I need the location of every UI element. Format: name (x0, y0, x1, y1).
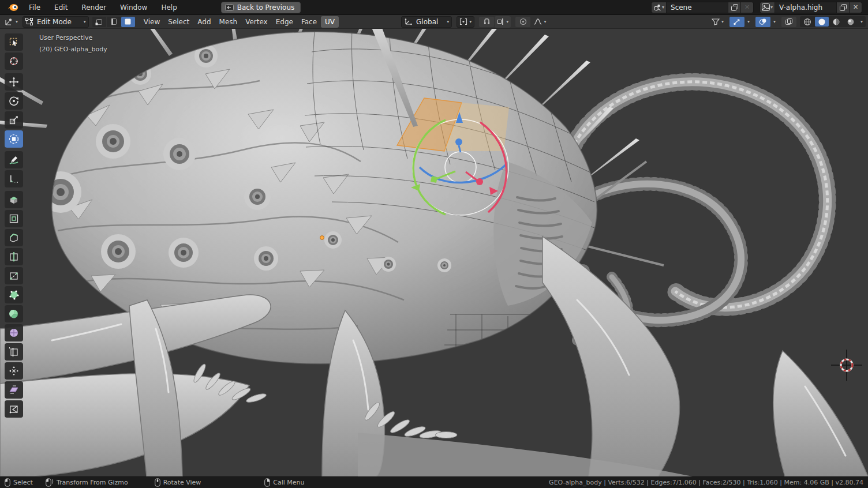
statusbar: Select Transform From Gizmo Rotate View … (0, 476, 868, 488)
filter-funnel-icon (712, 18, 720, 25)
toolbar (5, 33, 23, 419)
select-mode-face-button[interactable] (121, 17, 135, 27)
orientation-label: Global (414, 18, 440, 26)
material-preview-icon (832, 18, 840, 26)
tool-rip-region[interactable] (5, 400, 23, 418)
scene-selector[interactable]: ▾ Scene ✕ (651, 2, 754, 13)
shading-rendered-button[interactable] (844, 17, 858, 27)
tool-bevel[interactable] (5, 229, 23, 246)
tool-poly-build[interactable] (5, 286, 23, 303)
back-to-previous-button[interactable]: Back to Previous (221, 2, 301, 13)
editor-type-button[interactable]: ▾ (2, 16, 20, 28)
proportional-editing-toggle[interactable] (515, 17, 530, 27)
viewport-overlay-text: User Perspective (20) GEO-alpha_body (39, 32, 107, 55)
menu-uv[interactable]: UV (321, 16, 339, 28)
tool-shear[interactable] (5, 381, 23, 399)
duplicate-icon (731, 4, 738, 11)
overlays-dropdown[interactable]: ▾ (771, 16, 778, 28)
object-visibility-dropdown[interactable]: ▾ (709, 16, 726, 28)
mouse-middle-icon (155, 478, 160, 487)
tool-measure[interactable] (5, 170, 23, 187)
view-layer-browse-button[interactable]: ▾ (760, 2, 775, 13)
tool-edge-slide[interactable] (5, 343, 23, 361)
pivot-point-icon (459, 18, 467, 25)
scene-name[interactable]: Scene (667, 3, 728, 12)
tool-cursor[interactable] (5, 52, 23, 70)
mode-label: Edit Mode (35, 18, 74, 26)
tool-shrink-fatten[interactable] (5, 362, 23, 380)
view-layer-selector[interactable]: ▾ V-alpha.high ✕ (760, 2, 862, 13)
shading-material-button[interactable] (829, 17, 843, 27)
show-gizmos-toggle[interactable] (729, 17, 744, 27)
back-to-previous-label: Back to Previous (237, 3, 295, 12)
shading-solid-button[interactable] (815, 17, 829, 27)
tool-spin[interactable] (5, 305, 23, 322)
wireframe-icon (803, 18, 811, 26)
tool-inset-faces[interactable] (5, 210, 23, 227)
menu-select[interactable]: Select (164, 16, 193, 28)
menu-help[interactable]: Help (154, 0, 184, 15)
tool-loop-cut[interactable] (5, 248, 23, 265)
snap-target-dropdown[interactable]: ▾ (495, 16, 511, 28)
show-overlays-toggle[interactable] (755, 17, 770, 27)
back-icon (225, 4, 234, 11)
transform-settings-cluster: Global ▾ ▾ ▾ (401, 16, 548, 28)
menu-render[interactable]: Render (74, 0, 113, 15)
tool-scale[interactable] (5, 111, 23, 129)
tool-select-box[interactable] (5, 33, 23, 51)
menu-file[interactable]: File (22, 0, 47, 15)
pivot-point-dropdown[interactable]: ▾ (457, 16, 474, 28)
rendered-shading-icon (847, 18, 855, 26)
select-mode-vertex-button[interactable] (92, 17, 106, 27)
gizmos-dropdown[interactable]: ▾ (745, 16, 752, 28)
tool-transform[interactable] (5, 130, 23, 148)
scene-new-button[interactable] (728, 2, 740, 13)
mesh-select-mode (92, 17, 135, 27)
xray-toggle[interactable] (781, 17, 796, 27)
hint-label: Call Menu (273, 479, 304, 486)
tool-knife[interactable] (5, 267, 23, 284)
view-layer-new-button[interactable] (836, 2, 849, 13)
hint-select: Select (5, 478, 33, 487)
hint-call-menu: Call Menu (264, 478, 304, 487)
close-icon: ✕ (853, 3, 858, 11)
transform-orientation-dropdown[interactable]: Global ▾ (401, 16, 452, 28)
scene-browse-button[interactable]: ▾ (652, 2, 667, 13)
tool-rotate[interactable] (5, 92, 23, 110)
duplicate-icon (840, 4, 847, 11)
viewport-display-cluster: ▾ ▾ ▾ (709, 16, 866, 28)
menu-face[interactable]: Face (297, 16, 321, 28)
mouse-right-icon (264, 478, 270, 487)
shading-dropdown[interactable]: ▾ (858, 20, 865, 24)
shading-wireframe-button[interactable] (800, 17, 814, 27)
hint-label: Rotate View (163, 479, 201, 486)
view-layer-remove-button[interactable]: ✕ (849, 2, 862, 13)
solid-shading-icon (818, 18, 826, 26)
orientation-global-icon (404, 18, 412, 25)
snap-toggle[interactable] (479, 17, 494, 27)
tool-smooth[interactable] (5, 324, 23, 341)
tool-extrude-region[interactable] (5, 191, 23, 208)
tool-annotate[interactable] (5, 151, 23, 168)
menu-mesh[interactable]: Mesh (215, 16, 242, 28)
3d-cursor (831, 350, 862, 381)
menu-edit[interactable]: Edit (47, 0, 74, 15)
proportional-falloff-dropdown[interactable]: ▾ (532, 16, 548, 28)
viewport[interactable]: User Perspective (20) GEO-alpha_body (0, 29, 868, 476)
object-origin-dot (320, 236, 324, 240)
scene-statistics: GEO-alpha_body | Verts:6/532 | Edges:7/1… (549, 479, 863, 486)
select-mode-edge-button[interactable] (107, 17, 121, 27)
hint-label: Transform From Gizmo (57, 479, 128, 486)
editor-type-3d-viewport-icon (5, 18, 14, 26)
menu-vertex[interactable]: Vertex (241, 16, 272, 28)
view-layer-name[interactable]: V-alpha.high (775, 3, 836, 12)
falloff-curve-icon (534, 18, 542, 25)
menu-add[interactable]: Add (193, 16, 215, 28)
active-object-label: (20) GEO-alpha_body (39, 44, 107, 55)
menu-edge[interactable]: Edge (272, 16, 297, 28)
menu-window[interactable]: Window (113, 0, 154, 15)
overlays-icon (759, 18, 767, 25)
tool-move[interactable] (5, 73, 23, 91)
mode-selector[interactable]: Edit Mode ▾ (23, 16, 89, 28)
menu-view[interactable]: View (140, 16, 164, 28)
